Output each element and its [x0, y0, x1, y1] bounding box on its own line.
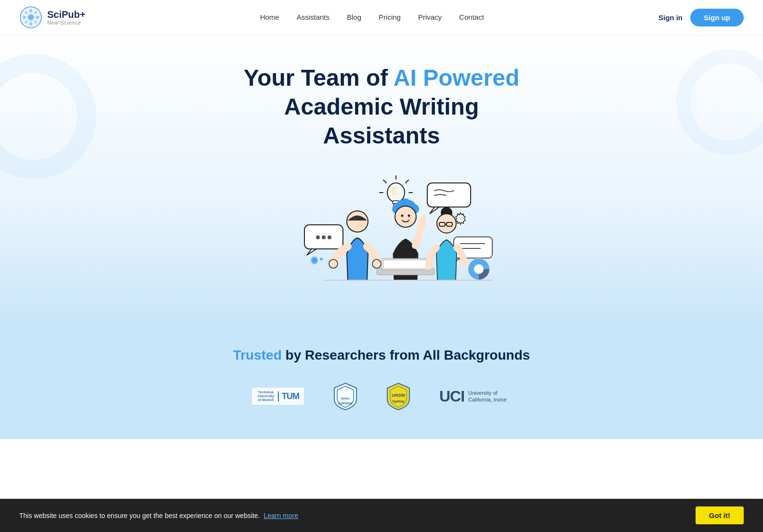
logos-row: Technical University of Munich TUM Univ.… [251, 382, 512, 410]
svg-line-54 [422, 216, 424, 221]
deco-circle-left [0, 54, 96, 179]
tum-abbr: TUM [278, 391, 299, 402]
svg-text:UNSW: UNSW [392, 393, 405, 398]
svg-point-1 [28, 14, 34, 20]
logo-text-main: SciPub+ [47, 9, 85, 20]
trusted-title: Trusted by Researchers from All Backgrou… [233, 348, 530, 363]
dot-decor [320, 258, 323, 260]
svg-text:Univ.: Univ. [341, 396, 350, 401]
svg-point-38 [322, 235, 326, 239]
svg-point-44 [329, 260, 338, 268]
unsw-shield: UNSW Sydney [386, 382, 410, 410]
nav-contact[interactable]: Contact [459, 13, 484, 21]
logo-text-sub: New Science [47, 20, 85, 26]
tum-logo: Technical University of Munich TUM [251, 387, 304, 405]
signup-button[interactable]: Sign up [690, 9, 744, 26]
hero-illustration [256, 169, 507, 290]
gear-icon [456, 213, 465, 224]
svg-rect-28 [427, 183, 471, 207]
svg-line-23 [406, 180, 408, 183]
trusted-section: Trusted by Researchers from All Backgrou… [0, 324, 763, 439]
nav-pricing[interactable]: Pricing [379, 13, 401, 21]
nav-assistants[interactable]: Assistants [297, 13, 329, 21]
logo[interactable]: SciPub+ New Science [19, 6, 85, 29]
deco-circle-right [676, 49, 763, 155]
signin-button[interactable]: Sign in [658, 13, 683, 22]
nav-privacy[interactable]: Privacy [418, 13, 442, 21]
navbar-nav: Home Assistants Blog Pricing Privacy Con… [260, 13, 484, 22]
hero-title: Your Team of AI Powered Academic Writing… [244, 64, 520, 150]
gear-small-icon [311, 256, 318, 265]
svg-marker-29 [430, 207, 439, 214]
hero-title-part1: Your Team of [244, 65, 394, 91]
svg-point-42 [474, 264, 484, 274]
svg-point-39 [328, 235, 331, 239]
pie-chart [468, 259, 489, 280]
svg-point-51 [401, 215, 404, 217]
nav-home[interactable]: Home [260, 13, 279, 21]
tum-badge-text: Technical University of Munich [257, 390, 275, 402]
svg-point-37 [316, 235, 320, 239]
svg-point-65 [460, 260, 468, 268]
hero-title-highlight: AI Powered [394, 65, 519, 91]
uci-text: University of California, Irvine [468, 389, 512, 403]
uci-logo: UCI University of California, Irvine [439, 388, 512, 405]
adelaide-shield: Univ. Adelaide [333, 382, 357, 410]
svg-text:Adelaide: Adelaide [338, 402, 352, 405]
svg-marker-36 [307, 249, 316, 255]
svg-line-22 [383, 180, 386, 183]
navbar: SciPub+ New Science Home Assistants Blog… [0, 0, 763, 35]
logo-icon [19, 6, 42, 29]
trusted-subtitle: by Researchers from All Backgrounds [286, 348, 530, 363]
svg-point-64 [425, 262, 433, 270]
hero-title-part2: Academic WritingAssistants [284, 94, 479, 148]
unsw-logo: UNSW Sydney [386, 382, 410, 410]
svg-point-50 [395, 206, 416, 227]
nav-blog[interactable]: Blog [347, 13, 361, 21]
hero-section: Your Team of AI Powered Academic Writing… [0, 35, 763, 324]
svg-point-43 [347, 211, 368, 232]
uci-abbr: UCI [439, 388, 464, 405]
svg-text:Sydney: Sydney [392, 400, 404, 403]
navbar-actions: Sign in Sign up [658, 9, 744, 26]
svg-rect-57 [383, 260, 428, 269]
svg-point-52 [408, 215, 410, 217]
svg-point-45 [372, 260, 381, 268]
trusted-word: Trusted [233, 348, 282, 363]
adelaide-logo: Univ. Adelaide [333, 382, 357, 410]
